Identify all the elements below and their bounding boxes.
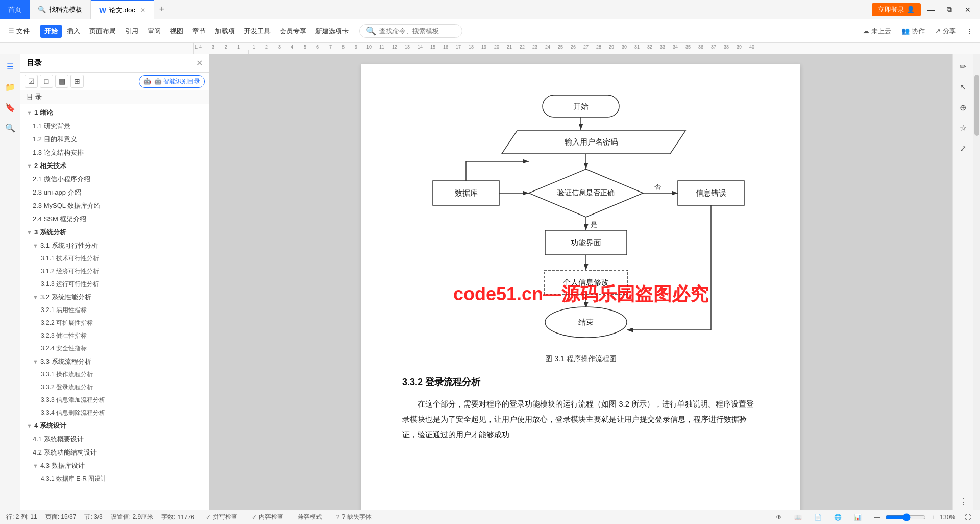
- search-icon-btn[interactable]: 🔍: [2, 120, 18, 136]
- toc-item-3-1-3[interactable]: 3.1.3 运行可行性分析: [20, 278, 209, 291]
- nav-icon-btn[interactable]: ☰: [2, 58, 18, 75]
- svg-text:4: 4: [199, 44, 202, 50]
- toolbar-tab-dev[interactable]: 开发工具: [240, 25, 275, 38]
- svg-text:34: 34: [673, 44, 678, 50]
- toc-item-1-2[interactable]: 1.2 目的和意义: [20, 133, 209, 146]
- toc-item-2[interactable]: ▼ 2 相关技术: [20, 159, 209, 173]
- toc-item-1[interactable]: ▼ 1 绪论: [20, 106, 209, 120]
- missing-font-btn[interactable]: ? ? 缺失字体: [333, 512, 375, 522]
- sidebar-close-btn[interactable]: ✕: [196, 58, 203, 68]
- star-icon-btn[interactable]: ☆: [955, 120, 971, 136]
- toolbar-tab-start[interactable]: 开始: [40, 25, 62, 38]
- toc-item-2-4[interactable]: 2.4 SSM 框架介绍: [20, 212, 209, 226]
- toc-item-2-2[interactable]: 2.3 uni-app 介绍: [20, 186, 209, 199]
- toc-item-3-1-1[interactable]: 3.1.1 技术可行性分析: [20, 252, 209, 265]
- sidebar-tool-3[interactable]: ▤: [55, 75, 68, 88]
- bookmark-icon-btn[interactable]: 🔖: [2, 99, 18, 115]
- spell-check-label: 拼写检查: [213, 513, 237, 521]
- zoom-in-btn[interactable]: +: [928, 513, 938, 522]
- view-mode-3[interactable]: 🌐: [831, 513, 845, 522]
- svg-text:22: 22: [520, 44, 525, 50]
- toolbar-tab-insert[interactable]: 插入: [63, 25, 84, 38]
- toc-item-1-3[interactable]: 1.3 论文结构安排: [20, 146, 209, 159]
- cloud-icon: ☁: [863, 27, 869, 35]
- toolbar-tab-layout[interactable]: 页面布局: [85, 25, 120, 38]
- toc-item-4-3-1[interactable]: 4.3.1 数据库 E-R 图设计: [20, 472, 209, 485]
- toolbar-file[interactable]: ☰ 文件: [4, 25, 34, 38]
- document-area[interactable]: code51.cn—源码乐园盗图必究 开始: [209, 54, 952, 510]
- zoom-out-btn[interactable]: —: [871, 513, 883, 522]
- edit-icon-btn[interactable]: ✏: [955, 58, 971, 75]
- fullscreen-btn[interactable]: ⛶: [962, 513, 974, 522]
- restore-button[interactable]: ⧉: [941, 3, 958, 17]
- toc-item-4[interactable]: ▼ 4 系统设计: [20, 419, 209, 433]
- sidebar-tool-4[interactable]: ⊞: [70, 75, 84, 88]
- toc-item-2-1[interactable]: 2.1 微信小程序介绍: [20, 173, 209, 186]
- search-input[interactable]: [379, 27, 456, 35]
- toc-item-3-3-2[interactable]: 3.3.2 登录流程分析: [20, 381, 209, 394]
- toolbar-tab-member[interactable]: 会员专享: [276, 25, 310, 38]
- content-check-btn[interactable]: ✓ 内容检查: [249, 512, 286, 522]
- toc-item-3-2-1[interactable]: 3.2.1 易用性指标: [20, 304, 209, 317]
- eye-icon-btn[interactable]: 👁: [773, 513, 785, 522]
- svg-text:10: 10: [366, 44, 372, 50]
- login-button[interactable]: 立即登录 👤: [872, 3, 921, 16]
- toolbar-tab-newtab[interactable]: 新建选项卡: [311, 25, 353, 38]
- toc-item-3-2-2[interactable]: 3.2.2 可扩展性指标: [20, 317, 209, 329]
- toc-item-2-3[interactable]: 2.3 MySQL 数据库介绍: [20, 199, 209, 212]
- login-button-label: 立即登录: [878, 5, 904, 14]
- add-tab-button[interactable]: +: [154, 0, 170, 19]
- toolbar-tab-addons[interactable]: 加载项: [211, 25, 239, 38]
- spell-check-btn[interactable]: ✓ 拼写检查: [203, 512, 240, 522]
- minimize-button[interactable]: —: [923, 3, 939, 17]
- share-btn[interactable]: ↗ 分享: [932, 25, 959, 37]
- more-btn[interactable]: ⋮: [963, 26, 976, 36]
- svg-text:2: 2: [265, 44, 268, 50]
- toc-item-4-3[interactable]: ▼ 4.3 数据库设计: [20, 459, 209, 472]
- toolbar-tab-review[interactable]: 审阅: [143, 25, 165, 38]
- toolbar-tab-chapter[interactable]: 章节: [188, 25, 210, 38]
- view-mode-4[interactable]: 📊: [851, 513, 865, 522]
- toolbar-tab-ref[interactable]: 引用: [121, 25, 142, 38]
- toolbar-search-box[interactable]: 🔍: [359, 24, 462, 38]
- view-mode-1[interactable]: 📖: [791, 513, 805, 522]
- toc-item-3-3-4[interactable]: 3.3.4 信息删除流程分析: [20, 407, 209, 419]
- toc-item-3-1-2[interactable]: 3.1.2 经济可行性分析: [20, 265, 209, 278]
- expand-icon-btn[interactable]: ⤢: [955, 140, 971, 156]
- toc-item-4-1[interactable]: 4.1 系统概要设计: [20, 433, 209, 446]
- sidebar-tool-1[interactable]: ☑: [24, 75, 38, 88]
- collab-btn[interactable]: 👥 协作: [898, 25, 928, 37]
- zoom-slider[interactable]: [885, 513, 926, 521]
- svg-text:输入用户名密码: 输入用户名密码: [565, 137, 618, 146]
- view-mode-2[interactable]: 📄: [811, 513, 825, 522]
- toc-item-3-2-4[interactable]: 3.2.4 安全性指标: [20, 342, 209, 355]
- toc-item-3-3-1[interactable]: 3.3.1 操作流程分析: [20, 368, 209, 381]
- toc-item-3[interactable]: ▼ 3 系统分析: [20, 226, 209, 239]
- folder-icon-btn[interactable]: 📁: [2, 79, 18, 95]
- toc-item-3-3[interactable]: ▼ 3.3 系统流程分析: [20, 355, 209, 368]
- tab-doc[interactable]: W 论文.doc ✕: [91, 0, 154, 19]
- collapse-icon-btn[interactable]: ⋮: [955, 493, 971, 510]
- zoom-icon-btn[interactable]: ⊕: [955, 99, 971, 115]
- ai-toc-btn[interactable]: 🤖 🤖 智能识别目录: [139, 75, 205, 88]
- scrollbar[interactable]: [973, 54, 980, 510]
- close-button[interactable]: ✕: [960, 3, 976, 17]
- toc-item-3-2-3[interactable]: 3.2.3 健壮性指标: [20, 329, 209, 342]
- tab-home[interactable]: 首页: [0, 0, 30, 19]
- svg-text:32: 32: [647, 44, 652, 50]
- cursor-icon-btn[interactable]: ↖: [955, 79, 971, 95]
- toc-item-1-1[interactable]: 1.1 研究背景: [20, 120, 209, 133]
- tab-template[interactable]: 🔍 找稻壳模板: [30, 0, 91, 19]
- tab-group: 首页 🔍 找稻壳模板 W 论文.doc ✕ +: [0, 0, 169, 19]
- doc-tab-close[interactable]: ✕: [140, 7, 145, 14]
- toolbar-tab-view[interactable]: 视图: [166, 25, 187, 38]
- sidebar-tool-2[interactable]: □: [40, 75, 53, 88]
- toc-item-3-2[interactable]: ▼ 3.2 系统性能分析: [20, 291, 209, 304]
- compat-mode-btn[interactable]: 兼容模式: [295, 512, 325, 522]
- cloud-btn[interactable]: ☁ 未上云: [860, 25, 894, 37]
- words-count: 11776: [177, 514, 194, 521]
- toc-item-3-1[interactable]: ▼ 3.1 系统可行性分析: [20, 239, 209, 252]
- scrollbar-thumb[interactable]: [974, 75, 979, 136]
- toc-item-3-3-3[interactable]: 3.3.3 信息添加流程分析: [20, 394, 209, 407]
- toc-item-4-2[interactable]: 4.2 系统功能结构设计: [20, 446, 209, 459]
